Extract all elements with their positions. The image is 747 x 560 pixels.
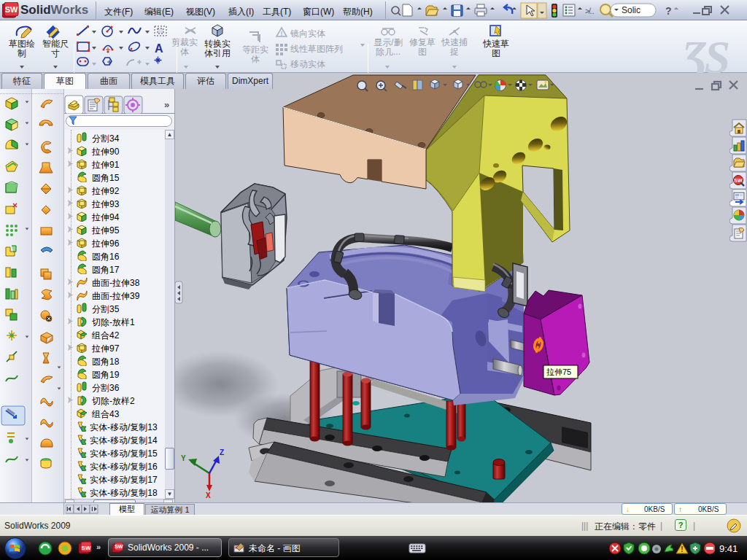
svg-text:Z: Z: [220, 448, 224, 456]
svg-text:拉伸75: 拉伸75: [546, 368, 571, 376]
svg-text:Y: Y: [181, 454, 186, 462]
svg-text:X: X: [206, 491, 211, 499]
svg-text:SW: SW: [115, 543, 123, 550]
svg-text:≯..: ≯..: [585, 7, 595, 15]
svg-text:!: !: [281, 30, 283, 37]
svg-text:»: »: [96, 542, 101, 551]
svg-text:A: A: [155, 42, 163, 55]
svg-text:SW: SW: [5, 5, 18, 14]
svg-text:»: »: [164, 99, 169, 110]
svg-text:Solic: Solic: [622, 5, 640, 15]
svg-text:!: !: [681, 545, 683, 553]
svg-text:?: ?: [665, 5, 672, 17]
svg-text:SW: SW: [82, 545, 91, 551]
